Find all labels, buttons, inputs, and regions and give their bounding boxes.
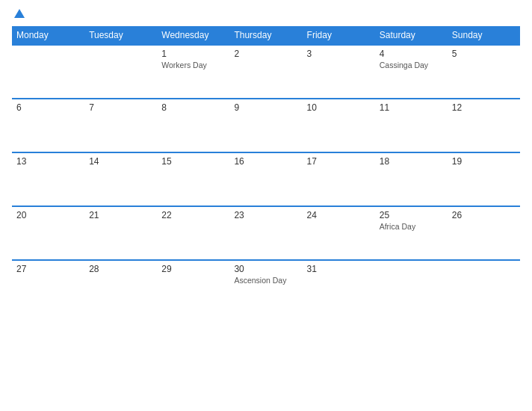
day-number: 30 — [234, 264, 297, 274]
calendar-cell: 6 — [12, 99, 84, 152]
calendar-cell: 1Workers Day — [157, 45, 229, 99]
week-row-2: 13141516171819 — [12, 152, 520, 206]
week-row-3: 202122232425Africa Day26 — [12, 206, 520, 260]
calendar-cell: 24 — [303, 206, 375, 260]
day-number: 25 — [380, 210, 443, 220]
day-number: 26 — [452, 210, 516, 220]
calendar-cell: 21 — [84, 206, 157, 260]
calendar-cell: 28 — [84, 260, 157, 314]
calendar-cell: 2 — [229, 45, 302, 99]
calendar-cell — [448, 260, 520, 314]
week-row-4: 27282930Ascension Day31 — [12, 260, 520, 314]
day-number: 6 — [16, 102, 80, 113]
holiday-label: Africa Day — [380, 222, 443, 231]
calendar-body: 1Workers Day234Cassinga Day5678910111213… — [12, 45, 520, 314]
day-number: 8 — [161, 102, 225, 113]
day-number: 19 — [452, 156, 516, 167]
logo — [12, 9, 25, 19]
calendar-cell: 11 — [375, 99, 448, 152]
calendar-cell: 16 — [229, 152, 302, 206]
day-number: 1 — [161, 49, 225, 59]
day-number: 21 — [89, 210, 152, 220]
calendar-cell: 3 — [303, 45, 375, 99]
day-number: 4 — [380, 49, 443, 59]
day-number: 20 — [16, 210, 80, 220]
calendar-cell: 23 — [229, 206, 302, 260]
calendar-cell: 18 — [375, 152, 448, 206]
calendar-cell: 13 — [12, 152, 84, 206]
day-number: 10 — [307, 102, 371, 113]
day-number: 9 — [234, 102, 297, 113]
day-number: 3 — [307, 49, 371, 59]
day-number: 29 — [161, 264, 225, 274]
calendar-cell: 4Cassinga Day — [375, 45, 448, 99]
day-number: 27 — [16, 264, 80, 274]
holiday-label: Workers Day — [161, 61, 225, 69]
header — [12, 9, 520, 19]
day-number: 18 — [380, 156, 443, 167]
day-number: 22 — [161, 210, 225, 220]
calendar-cell: 15 — [157, 152, 229, 206]
day-number: 28 — [89, 264, 152, 274]
day-number: 2 — [234, 49, 297, 59]
weekday-wednesday: Wednesday — [157, 26, 229, 45]
calendar-cell — [375, 260, 448, 314]
calendar-cell: 10 — [303, 99, 375, 152]
calendar-header: MondayTuesdayWednesdayThursdayFridaySatu… — [12, 26, 520, 45]
day-number: 17 — [307, 156, 371, 167]
logo-triangle-icon — [14, 9, 25, 18]
calendar-cell: 29 — [157, 260, 229, 314]
holiday-label: Cassinga Day — [380, 61, 443, 69]
week-row-1: 6789101112 — [12, 99, 520, 152]
weekday-saturday: Saturday — [375, 26, 448, 45]
calendar-cell: 17 — [303, 152, 375, 206]
weekday-tuesday: Tuesday — [84, 26, 157, 45]
calendar-cell: 25Africa Day — [375, 206, 448, 260]
day-number: 12 — [452, 102, 516, 113]
calendar-cell: 14 — [84, 152, 157, 206]
calendar-cell — [84, 45, 157, 99]
day-number: 13 — [16, 156, 80, 167]
day-number: 5 — [452, 49, 516, 59]
calendar-cell — [12, 45, 84, 99]
day-number: 31 — [307, 264, 371, 274]
page: MondayTuesdayWednesdayThursdayFridaySatu… — [0, 0, 532, 411]
calendar-cell: 26 — [448, 206, 520, 260]
calendar-cell: 8 — [157, 99, 229, 152]
weekday-thursday: Thursday — [229, 26, 302, 45]
calendar-cell: 12 — [448, 99, 520, 152]
calendar-cell: 30Ascension Day — [229, 260, 302, 314]
day-number: 7 — [89, 102, 152, 113]
calendar-cell: 7 — [84, 99, 157, 152]
weekday-friday: Friday — [303, 26, 375, 45]
holiday-label: Ascension Day — [234, 276, 297, 285]
calendar-cell: 20 — [12, 206, 84, 260]
calendar-cell: 9 — [229, 99, 302, 152]
weekday-header-row: MondayTuesdayWednesdayThursdayFridaySatu… — [12, 26, 520, 45]
day-number: 24 — [307, 210, 371, 220]
calendar-cell: 27 — [12, 260, 84, 314]
calendar-cell: 22 — [157, 206, 229, 260]
day-number: 16 — [234, 156, 297, 167]
weekday-sunday: Sunday — [448, 26, 520, 45]
calendar-cell: 31 — [303, 260, 375, 314]
calendar-cell: 5 — [448, 45, 520, 99]
day-number: 11 — [380, 102, 443, 113]
calendar-table: MondayTuesdayWednesdayThursdayFridaySatu… — [12, 26, 520, 314]
day-number: 14 — [89, 156, 152, 167]
day-number: 23 — [234, 210, 297, 220]
week-row-0: 1Workers Day234Cassinga Day5 — [12, 45, 520, 99]
calendar-cell: 19 — [448, 152, 520, 206]
weekday-monday: Monday — [12, 26, 84, 45]
day-number: 15 — [161, 156, 225, 167]
